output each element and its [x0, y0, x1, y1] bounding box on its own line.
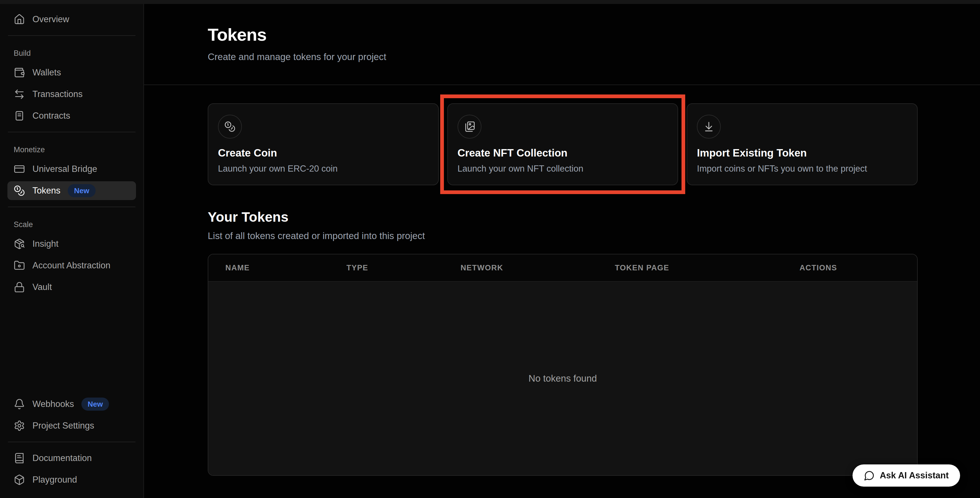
divider [8, 207, 135, 207]
column-header-token-page: TOKEN PAGE [615, 264, 800, 272]
sidebar-item-label: Contracts [32, 111, 70, 121]
card-description: Import coins or NFTs you own to the proj… [697, 164, 907, 174]
bell-icon [14, 398, 25, 410]
sidebar-item-playground[interactable]: Playground [7, 470, 136, 489]
sidebar-item-overview[interactable]: Overview [7, 10, 136, 29]
sidebar-item-wallets[interactable]: Wallets [7, 63, 136, 82]
gear-icon [14, 420, 25, 431]
your-tokens-subtitle: List of all tokens created or imported i… [208, 231, 918, 241]
card-create-coin[interactable]: Create Coin Launch your own ERC-20 coin [208, 103, 439, 185]
folder-dot-icon [14, 260, 25, 271]
coins-icon [218, 115, 242, 138]
package-search-icon [14, 238, 25, 250]
tokens-table-header: NAME TYPE NETWORK TOKEN PAGE ACTIONS [208, 255, 917, 282]
ask-ai-assistant-label: Ask AI Assistant [880, 470, 949, 480]
sidebar-section-build: Build [7, 41, 136, 62]
sidebar-item-documentation[interactable]: Documentation [7, 449, 136, 468]
tokens-table: NAME TYPE NETWORK TOKEN PAGE ACTIONS No … [208, 254, 918, 476]
sidebar-item-label: Documentation [32, 453, 92, 463]
page-title: Tokens [208, 24, 918, 45]
images-icon [458, 115, 482, 138]
sidebar-item-account-abstraction[interactable]: Account Abstraction [7, 256, 136, 275]
sidebar-item-webhooks[interactable]: Webhooks New [7, 395, 136, 414]
lock-icon [14, 282, 25, 293]
sidebar-spacer [7, 298, 136, 393]
sidebar-item-contracts[interactable]: Contracts [7, 107, 136, 125]
new-badge: New [68, 184, 95, 197]
divider [8, 442, 135, 442]
book-icon [14, 452, 25, 464]
card-title: Create NFT Collection [458, 147, 668, 159]
page-subtitle: Create and manage tokens for your projec… [208, 51, 918, 62]
your-tokens-title: Your Tokens [208, 209, 918, 225]
column-header-type: TYPE [346, 264, 460, 272]
sidebar-item-insight[interactable]: Insight [7, 234, 136, 253]
token-action-cards: Create Coin Launch your own ERC-20 coin … [144, 103, 980, 185]
empty-state-message: No tokens found [528, 373, 597, 384]
sidebar: Overview Build Wallets Transactions Cont… [0, 4, 144, 498]
sidebar-item-label: Account Abstraction [32, 260, 110, 270]
column-header-actions: ACTIONS [800, 264, 917, 272]
card-create-nft-collection[interactable]: Create NFT Collection Launch your own NF… [447, 103, 678, 185]
sidebar-item-label: Project Settings [32, 421, 94, 431]
sidebar-item-label: Webhooks [32, 399, 74, 409]
sidebar-item-label: Tokens [32, 186, 60, 196]
chat-bubble-icon [864, 470, 875, 481]
new-badge: New [81, 398, 109, 410]
tokens-table-body: No tokens found [208, 282, 917, 475]
sidebar-item-vault[interactable]: Vault [7, 278, 136, 296]
sidebar-item-universal-bridge[interactable]: Universal Bridge [7, 160, 136, 178]
sidebar-item-label: Insight [32, 239, 58, 249]
arrows-left-right-icon [14, 89, 25, 100]
main-content: Tokens Create and manage tokens for your… [144, 4, 980, 498]
card-description: Launch your own ERC-20 coin [218, 164, 428, 174]
your-tokens-section: Your Tokens List of all tokens created o… [144, 209, 980, 476]
column-header-network: NETWORK [461, 264, 615, 272]
divider [8, 35, 135, 36]
top-strip [0, 0, 980, 4]
sidebar-item-transactions[interactable]: Transactions [7, 85, 136, 103]
page-header: Tokens Create and manage tokens for your… [144, 4, 980, 85]
download-icon [697, 115, 721, 138]
sidebar-item-label: Transactions [32, 89, 83, 99]
sidebar-item-label: Playground [32, 475, 77, 485]
card-title: Import Existing Token [697, 147, 907, 159]
file-text-icon [14, 110, 25, 121]
sidebar-section-scale: Scale [7, 212, 136, 233]
divider [8, 132, 135, 132]
card-description: Launch your own NFT collection [458, 164, 668, 174]
sidebar-item-tokens[interactable]: Tokens New [7, 181, 136, 200]
sidebar-item-project-settings[interactable]: Project Settings [7, 416, 136, 435]
sidebar-item-label: Vault [32, 282, 52, 292]
coins-icon [14, 185, 25, 196]
card-title: Create Coin [218, 147, 428, 159]
home-icon [14, 14, 25, 25]
credit-card-icon [14, 163, 25, 175]
ask-ai-assistant-button[interactable]: Ask AI Assistant [853, 465, 960, 487]
card-import-existing-token[interactable]: Import Existing Token Import coins or NF… [687, 103, 918, 185]
column-header-name: NAME [225, 264, 346, 272]
wallet-icon [14, 67, 25, 78]
cube-icon [14, 474, 25, 485]
sidebar-item-label: Overview [32, 14, 69, 24]
sidebar-item-label: Universal Bridge [32, 164, 97, 174]
sidebar-section-monetize: Monetize [7, 137, 136, 158]
sidebar-item-label: Wallets [32, 67, 61, 78]
